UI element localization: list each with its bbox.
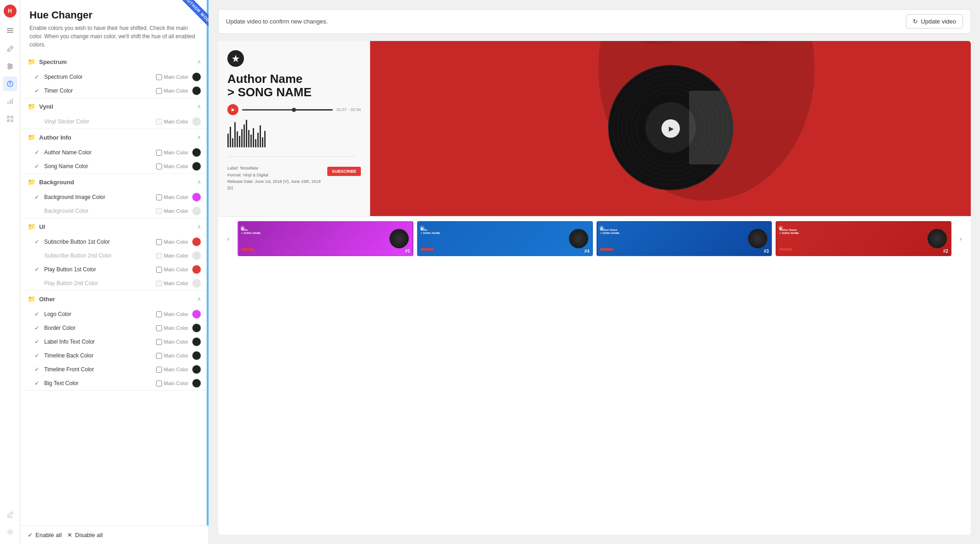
timeline-front-color-label: Timeline Front Color xyxy=(44,366,152,373)
timeline-front-swatch[interactable] xyxy=(192,365,201,374)
progress-fill xyxy=(242,109,292,111)
thumbnail-4[interactable]: ▶ Hello > SONG NAME #4 xyxy=(417,221,593,256)
timer-color-row: ✓ Timer Color Main Color xyxy=(20,84,209,98)
play-btn-1-swatch[interactable] xyxy=(192,265,201,274)
play-button[interactable]: ▶ xyxy=(227,104,238,115)
vinyl-sticker-main-color-checkbox[interactable] xyxy=(156,119,162,125)
app-logo[interactable]: H xyxy=(4,5,17,18)
subscribe-btn-2-swatch xyxy=(192,251,201,260)
label-info-main-checkbox[interactable] xyxy=(156,339,162,345)
video-logo-icon xyxy=(231,54,240,63)
panel-description: Enable colors you wish to have their hue… xyxy=(29,24,199,49)
timeline-back-main-toggle[interactable]: Main Color xyxy=(156,353,188,359)
play-btn-2-main-checkbox[interactable] xyxy=(156,281,162,287)
sidebar-item-grid[interactable] xyxy=(3,111,17,126)
play-btn-1-check: ✓ xyxy=(33,266,41,273)
author-name-swatch[interactable] xyxy=(192,148,201,157)
subscribe-btn-2-row: Subscribe Button 2nd Color Main Color xyxy=(20,249,209,263)
bg-image-main-color-toggle[interactable]: Main Color xyxy=(156,194,188,200)
waveform xyxy=(227,120,361,147)
section-ui-header[interactable]: 📁 UI ∧ xyxy=(20,218,209,235)
sidebar-item-settings-bottom[interactable] xyxy=(3,525,17,539)
video-info-row: Label: Tessellate Format: Vinyl & Digita… xyxy=(227,165,361,192)
section-vynil-header[interactable]: 📁 Vynil ∧ xyxy=(20,98,209,115)
waveform-bar xyxy=(232,138,233,147)
author-name-main-color-checkbox[interactable] xyxy=(156,150,162,156)
progress-bar[interactable] xyxy=(242,109,333,111)
chevron-ui: ∧ xyxy=(197,223,201,230)
thumbnail-2[interactable]: ▶ Author Name > SONG NAME #2 xyxy=(776,221,951,256)
timeline-back-swatch[interactable] xyxy=(192,351,201,360)
thumb-3-number: #3 xyxy=(764,249,769,254)
border-color-swatch[interactable] xyxy=(192,323,201,333)
sidebar-item-chart[interactable] xyxy=(3,94,17,109)
section-other: 📁 Other ∧ ✓ Logo Color Main Color ✓ Bord… xyxy=(20,291,209,391)
song-name-swatch[interactable] xyxy=(192,162,201,171)
waveform-bar xyxy=(255,139,256,147)
thumbnail-5[interactable]: ▶ Hello > SONG NAME #5 xyxy=(238,221,413,256)
section-other-label: Other xyxy=(39,296,55,303)
border-color-main-toggle[interactable]: Main Color xyxy=(156,325,188,331)
subscribe-button[interactable]: SUBSCRIBE xyxy=(327,167,361,176)
sidebar-item-edit-bottom[interactable] xyxy=(3,507,17,522)
timeline-back-color-row: ✓ Timeline Back Color Main Color xyxy=(20,349,209,363)
big-text-main-checkbox[interactable] xyxy=(156,380,162,386)
enable-all-button[interactable]: ✓ Enable all xyxy=(28,532,62,538)
logo-color-main-toggle[interactable]: Main Color xyxy=(156,311,188,317)
spectrum-main-color-toggle[interactable]: Main Color xyxy=(156,74,188,80)
disable-all-label: Disable all xyxy=(75,532,103,538)
section-vynil-label: Vynil xyxy=(39,103,53,110)
timeline-back-main-checkbox[interactable] xyxy=(156,353,162,359)
timeline-front-color-row: ✓ Timeline Front Color Main Color xyxy=(20,363,209,376)
disable-all-button[interactable]: ✕ Disable all xyxy=(67,532,103,538)
chevron-spectrum: ∧ xyxy=(197,58,201,65)
bg-color-main-color-toggle[interactable]: Main Color xyxy=(156,208,188,214)
video-play-button[interactable]: ▶ xyxy=(661,119,680,138)
section-author-info-header[interactable]: 📁 Author Info ∧ xyxy=(20,129,209,146)
big-text-main-toggle[interactable]: Main Color xyxy=(156,380,188,386)
section-spectrum-header[interactable]: 📁 Spectrum ∧ xyxy=(20,53,209,70)
play-btn-1-label: Play Button 1st Color xyxy=(44,266,152,273)
border-color-main-checkbox[interactable] xyxy=(156,325,162,331)
timer-color-swatch[interactable] xyxy=(192,86,201,95)
subscribe-btn-2-main-checkbox[interactable] xyxy=(156,253,162,259)
update-video-button[interactable]: ↻ Update video xyxy=(906,14,963,29)
chevron-background: ∧ xyxy=(197,179,201,185)
bg-image-swatch[interactable] xyxy=(192,193,201,202)
bg-image-main-color-checkbox[interactable] xyxy=(156,194,162,200)
label-info-swatch[interactable] xyxy=(192,337,201,346)
update-bar: Update video to confirm new changes. ↻ U… xyxy=(218,9,971,34)
next-thumb-arrow[interactable]: › xyxy=(955,233,966,244)
sidebar-item-hue[interactable] xyxy=(3,76,17,91)
sidebar-item-layers[interactable] xyxy=(3,24,17,39)
subscribe-btn-1-swatch[interactable] xyxy=(192,237,201,246)
logo-color-main-checkbox[interactable] xyxy=(156,311,162,317)
song-name-main-color-checkbox[interactable] xyxy=(156,164,162,170)
section-other-header[interactable]: 📁 Other ∧ xyxy=(20,291,209,307)
bg-color-main-color-checkbox[interactable] xyxy=(156,208,162,214)
big-text-swatch[interactable] xyxy=(192,379,201,388)
subscribe-btn-2-main-toggle[interactable]: Main Color xyxy=(156,253,188,259)
timer-main-color-checkbox[interactable] xyxy=(156,88,162,94)
sidebar-item-pencil[interactable] xyxy=(3,41,17,56)
subscribe-btn-1-main-toggle[interactable]: Main Color xyxy=(156,239,188,245)
prev-thumb-arrow[interactable]: ‹ xyxy=(223,233,234,244)
logo-color-swatch[interactable] xyxy=(192,310,201,319)
timeline-front-main-checkbox[interactable] xyxy=(156,367,162,373)
spectrum-color-swatch[interactable] xyxy=(192,72,201,82)
section-background-header[interactable]: 📁 Background ∧ xyxy=(20,174,209,190)
spectrum-main-color-checkbox[interactable] xyxy=(156,74,162,80)
label-info-main-toggle[interactable]: Main Color xyxy=(156,339,188,345)
song-name-main-color-toggle[interactable]: Main Color xyxy=(156,164,188,170)
play-btn-1-main-toggle[interactable]: Main Color xyxy=(156,267,188,273)
subscribe-btn-1-main-checkbox[interactable] xyxy=(156,239,162,245)
vinyl-sticker-main-color-toggle[interactable]: Main Color xyxy=(156,119,188,125)
author-name-main-color-toggle[interactable]: Main Color xyxy=(156,150,188,156)
play-btn-2-main-toggle[interactable]: Main Color xyxy=(156,281,188,287)
play-btn-1-main-checkbox[interactable] xyxy=(156,267,162,273)
panel-footer: ✓ Enable all ✕ Disable all xyxy=(20,526,209,544)
thumbnail-3[interactable]: ▶ Author Name > SONG NAME #3 xyxy=(597,221,772,256)
timer-main-color-toggle[interactable]: Main Color xyxy=(156,88,188,94)
sidebar-item-sliders[interactable] xyxy=(3,59,17,74)
timeline-front-main-toggle[interactable]: Main Color xyxy=(156,367,188,373)
